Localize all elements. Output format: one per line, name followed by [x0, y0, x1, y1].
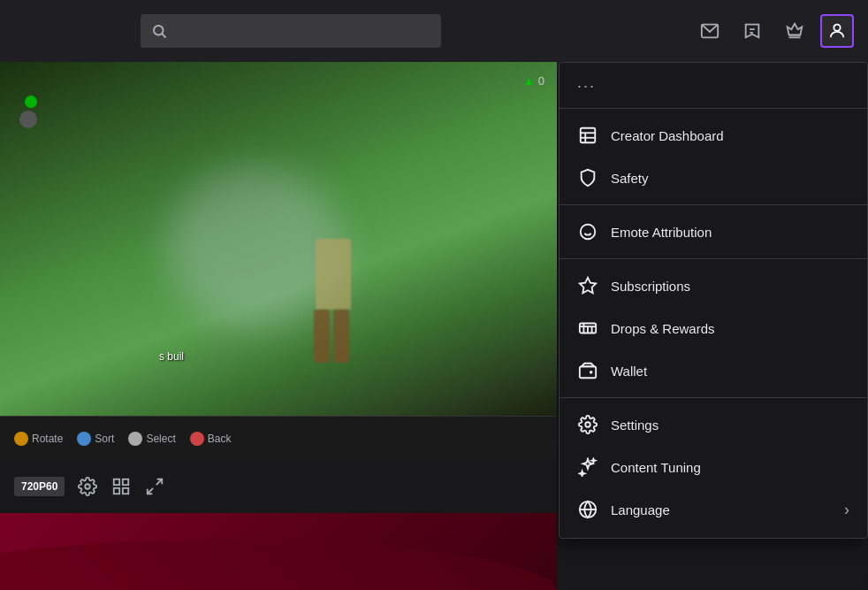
user-icon-button[interactable]	[820, 14, 854, 48]
sparkle-icon	[577, 456, 598, 478]
wallet-icon	[577, 360, 598, 381]
viewer-number: 0	[538, 74, 544, 88]
svg-rect-8	[114, 479, 119, 485]
menu-item-creator-dashboard[interactable]: Creator Dashboard	[560, 114, 867, 157]
shield-icon	[577, 167, 598, 188]
divider-1	[560, 204, 867, 205]
drops-rewards-label: Drops & Rewards	[611, 321, 849, 336]
svg-point-18	[581, 225, 596, 240]
svg-line-1	[162, 34, 165, 37]
subscriptions-label: Subscriptions	[611, 279, 849, 294]
menu-item-settings[interactable]: Settings	[560, 403, 867, 446]
search-bar[interactable]	[141, 14, 441, 48]
video-background: s buil ▲ 0	[0, 62, 557, 416]
dropdown-menu: ··· Creator Dashboard	[559, 62, 868, 539]
svg-point-28	[585, 422, 590, 427]
select-dot	[128, 432, 142, 446]
inbox-icon-button[interactable]	[693, 14, 727, 48]
video-settings-icon[interactable]	[77, 476, 98, 497]
chart-icon	[577, 125, 598, 146]
menu-item-wallet[interactable]: Wallet	[560, 349, 867, 392]
svg-point-6	[834, 25, 840, 31]
menu-item-subscriptions[interactable]: Subscriptions	[560, 264, 867, 307]
emote-attribution-label: Emote Attribution	[611, 225, 849, 240]
divider-2	[560, 258, 867, 259]
svg-point-0	[154, 26, 164, 35]
svg-rect-9	[123, 479, 128, 485]
wallet-label: Wallet	[611, 364, 849, 379]
globe-icon	[577, 499, 598, 520]
svg-point-7	[86, 484, 91, 489]
safety-label: Safety	[611, 171, 849, 186]
dropdown-more-dots: ···	[560, 70, 867, 103]
svg-marker-3	[788, 24, 803, 35]
search-icon	[151, 23, 167, 39]
viewer-trend-icon: ▲	[523, 74, 535, 88]
control-rotate-label: Rotate	[32, 433, 63, 445]
emote-icon	[577, 221, 598, 242]
svg-line-12	[156, 479, 162, 485]
menu-item-emote-attribution[interactable]: Emote Attribution	[560, 211, 867, 253]
svg-rect-11	[123, 488, 128, 494]
right-panel: ··· Creator Dashboard	[557, 62, 868, 590]
menu-item-drops-rewards[interactable]: Drops & Rewards	[560, 307, 867, 349]
content-tuning-label: Content Tuning	[611, 460, 849, 475]
control-rotate: Rotate	[14, 432, 63, 446]
quality-badge[interactable]: 720P60	[14, 477, 65, 496]
settings-icon	[577, 414, 598, 435]
back-dot	[190, 432, 204, 446]
chapters-icon[interactable]	[110, 476, 132, 497]
language-label: Language	[611, 502, 832, 517]
svg-line-13	[148, 488, 153, 494]
crown-icon-button[interactable]	[778, 14, 811, 48]
divider-3	[560, 397, 867, 398]
sort-dot	[77, 432, 91, 446]
control-back-label: Back	[208, 433, 232, 445]
star-icon	[577, 275, 598, 296]
topbar	[0, 0, 868, 62]
svg-marker-21	[580, 278, 596, 293]
video-controls: Rotate Sort Select Back	[0, 416, 557, 460]
bottom-quality-bar: 720P60	[0, 460, 557, 513]
control-sort-label: Sort	[95, 433, 114, 445]
left-panel: s buil ▲ 0 Rotate Sort	[0, 62, 557, 590]
control-back: Back	[190, 432, 232, 446]
menu-item-content-tuning[interactable]: Content Tuning	[560, 446, 867, 488]
language-chevron-icon: ›	[844, 501, 849, 519]
main-content: s buil ▲ 0 Rotate Sort	[0, 62, 868, 590]
svg-point-27	[590, 372, 592, 373]
control-select: Select	[128, 432, 175, 446]
menu-item-language[interactable]: Language ›	[560, 488, 867, 531]
divider-top	[560, 108, 867, 109]
fullscreen-icon[interactable]	[144, 476, 165, 497]
video-text-overlay: s buil	[159, 350, 184, 363]
control-select-label: Select	[146, 433, 175, 445]
small-overlay-icon	[19, 111, 37, 128]
decoration-wave	[0, 540, 557, 590]
menu-item-safety[interactable]: Safety	[560, 157, 867, 199]
bookmark-icon-button[interactable]	[735, 14, 769, 48]
svg-rect-10	[114, 488, 119, 494]
video-container: s buil ▲ 0	[0, 62, 557, 416]
live-indicator	[25, 96, 37, 108]
drops-icon	[577, 318, 598, 339]
control-sort: Sort	[77, 432, 114, 446]
viewer-count: ▲ 0	[523, 74, 544, 88]
nav-icons	[693, 14, 854, 48]
rotate-dot	[14, 432, 28, 446]
creator-dashboard-label: Creator Dashboard	[611, 128, 849, 143]
settings-label: Settings	[611, 418, 849, 433]
bottom-decoration	[0, 513, 557, 590]
svg-rect-14	[581, 128, 596, 143]
